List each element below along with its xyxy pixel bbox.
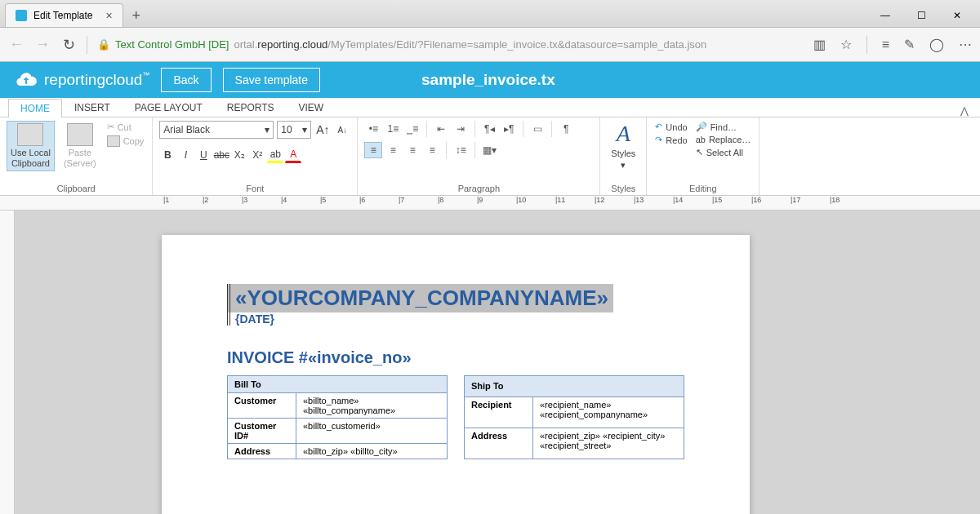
- justify-button[interactable]: ≡: [423, 142, 441, 158]
- tab-home[interactable]: HOME: [8, 99, 62, 117]
- address-bar[interactable]: 🔒 Text Control GmbH [DE] ortal.reporting…: [97, 38, 804, 51]
- workspace: «YOURCOMPANY_COMPANYNAME» {DATE} INVOICE…: [0, 210, 980, 514]
- ship-to-header: Ship To: [465, 376, 684, 397]
- tab-view[interactable]: VIEW: [287, 98, 336, 117]
- select-all-button[interactable]: ↖Select All: [694, 146, 753, 158]
- refresh-button[interactable]: ↻: [60, 37, 77, 53]
- invoice-heading[interactable]: INVOICE #«invoice_no»: [227, 348, 684, 367]
- ship-to-table[interactable]: Ship To Recipient«recipient_name» «recip…: [464, 375, 684, 459]
- use-local-clipboard-button[interactable]: Use Local Clipboard: [7, 121, 55, 171]
- binoculars-icon: 🔎: [696, 122, 707, 132]
- notes-icon[interactable]: ✎: [904, 37, 915, 52]
- underline-button[interactable]: U: [195, 147, 212, 163]
- group-font: Arial Black▾ 10▾ A↑ A↓ B I U abc X₂ X² a…: [153, 117, 358, 195]
- reading-view-icon[interactable]: ▥: [813, 37, 826, 52]
- line-spacing-button[interactable]: ↕≡: [452, 142, 470, 158]
- group-label-font: Font: [246, 182, 264, 195]
- shrink-font-button[interactable]: A↓: [334, 122, 350, 138]
- cloud-up-icon: [15, 69, 38, 91]
- undo-icon: ↶: [655, 122, 662, 132]
- font-family-select[interactable]: Arial Black▾: [159, 121, 274, 139]
- ribbon: Use Local Clipboard Paste (Server) ✂Cut …: [0, 117, 980, 196]
- maximize-button[interactable]: ☐: [903, 4, 939, 27]
- share-icon[interactable]: ◯: [929, 37, 944, 52]
- site-identity: Text Control GmbH [DE]: [115, 38, 229, 51]
- collapse-ribbon-icon[interactable]: ⋀: [960, 105, 969, 117]
- document-page[interactable]: «YOURCOMPANY_COMPANYNAME» {DATE} INVOICE…: [162, 235, 750, 514]
- browser-action-icons: ▥ ☆ ≡ ✎ ◯ ⋯: [813, 36, 972, 54]
- strike-button[interactable]: abc: [213, 147, 229, 163]
- tab-reports[interactable]: REPORTS: [215, 98, 287, 117]
- frame-button[interactable]: ▭: [528, 121, 546, 137]
- font-size-select[interactable]: 10▾: [277, 121, 311, 139]
- clipboard-icon: [17, 123, 43, 146]
- group-clipboard: Use Local Clipboard Paste (Server) ✂Cut …: [0, 117, 153, 195]
- tab-page-layout[interactable]: PAGE LAYOUT: [122, 98, 215, 117]
- subscript-button[interactable]: X₂: [231, 147, 247, 163]
- chevron-down-icon: ▾: [265, 124, 270, 135]
- align-left-button[interactable]: ≡: [364, 142, 382, 158]
- styles-button[interactable]: A Styles ▾: [607, 121, 639, 171]
- highlight-button[interactable]: ab: [267, 147, 283, 163]
- rtl-button[interactable]: ▸¶: [500, 121, 518, 137]
- increase-indent-button[interactable]: ⇥: [452, 121, 470, 137]
- minimize-button[interactable]: —: [867, 4, 903, 27]
- back-button[interactable]: Back: [161, 68, 211, 92]
- replace-button[interactable]: abReplace…: [694, 134, 753, 145]
- group-styles: A Styles ▾ Styles: [600, 117, 647, 195]
- replace-icon: ab: [696, 135, 706, 144]
- align-right-button[interactable]: ≡: [403, 142, 421, 158]
- decrease-indent-button[interactable]: ⇤: [432, 121, 450, 137]
- superscript-button[interactable]: X²: [249, 147, 265, 163]
- find-button[interactable]: 🔎Find…: [694, 121, 753, 133]
- favorite-icon[interactable]: ☆: [840, 37, 852, 52]
- ltr-button[interactable]: ¶◂: [480, 121, 498, 137]
- multilevel-button[interactable]: ⎯≡: [403, 121, 421, 137]
- styles-icon: A: [617, 121, 630, 147]
- bill-to-header: Bill To: [228, 376, 448, 393]
- browser-titlebar: Edit Template × + — ☐ ✕: [0, 0, 980, 28]
- save-template-button[interactable]: Save template: [223, 68, 321, 92]
- copy-button[interactable]: Copy: [105, 135, 146, 148]
- new-tab-button[interactable]: +: [125, 4, 148, 27]
- tab-close-icon[interactable]: ×: [106, 9, 113, 22]
- italic-button[interactable]: I: [177, 147, 194, 163]
- document-title: sample_invoice.tx: [421, 71, 555, 89]
- borders-button[interactable]: ▦▾: [480, 142, 498, 158]
- company-merge-field[interactable]: «YOURCOMPANY_COMPANYNAME»: [227, 284, 613, 312]
- scissors-icon: ✂: [107, 122, 114, 132]
- tab-title: Edit Template: [33, 10, 93, 21]
- chevron-down-icon: ▾: [302, 124, 307, 135]
- paste-button[interactable]: Paste (Server): [60, 121, 100, 171]
- browser-tab[interactable]: Edit Template ×: [5, 3, 123, 27]
- bill-to-table[interactable]: Bill To Customer«billto_name» «billto_co…: [227, 375, 448, 459]
- ruler-horizontal: |1|2|3|4|5|6|7|8|9|10|11|12|13|14|15|16|…: [0, 196, 980, 210]
- tab-insert[interactable]: INSERT: [62, 98, 122, 117]
- cut-button[interactable]: ✂Cut: [105, 121, 146, 133]
- redo-button[interactable]: ↷Redo: [653, 134, 688, 146]
- back-button[interactable]: ←: [8, 37, 24, 53]
- cursor-icon: ↖: [696, 147, 703, 157]
- undo-button[interactable]: ↶Undo: [653, 121, 688, 133]
- numbering-button[interactable]: 1≡: [384, 121, 402, 137]
- ruler-vertical: [0, 210, 15, 514]
- forward-button[interactable]: →: [34, 37, 51, 53]
- browser-toolbar: ← → ↻ 🔒 Text Control GmbH [DE] ortal.rep…: [0, 28, 980, 62]
- copy-icon: [107, 135, 120, 147]
- bold-button[interactable]: B: [159, 147, 176, 163]
- separator: [866, 36, 867, 54]
- font-color-button[interactable]: A: [285, 147, 301, 163]
- group-editing: ↶Undo ↷Redo 🔎Find… abReplace… ↖Select Al…: [647, 117, 760, 195]
- align-center-button[interactable]: ≡: [384, 142, 402, 158]
- close-button[interactable]: ✕: [939, 4, 975, 27]
- show-marks-button[interactable]: ¶: [557, 121, 575, 137]
- url-text: ortal.reporting.cloud/MyTemplates/Edit/?…: [234, 38, 706, 51]
- grow-font-button[interactable]: A↑: [314, 122, 331, 138]
- date-merge-field[interactable]: {DATE}: [227, 312, 684, 326]
- group-label-editing: Editing: [689, 182, 717, 195]
- bullets-button[interactable]: •≡: [364, 121, 382, 137]
- page-surface[interactable]: «YOURCOMPANY_COMPANYNAME» {DATE} INVOICE…: [15, 210, 980, 514]
- group-paragraph: •≡ 1≡ ⎯≡ ⇤ ⇥ ¶◂ ▸¶ ▭ ¶ ≡ ≡ ≡ ≡ ↕≡: [358, 117, 600, 195]
- hub-icon[interactable]: ≡: [882, 38, 889, 52]
- more-icon[interactable]: ⋯: [959, 37, 972, 52]
